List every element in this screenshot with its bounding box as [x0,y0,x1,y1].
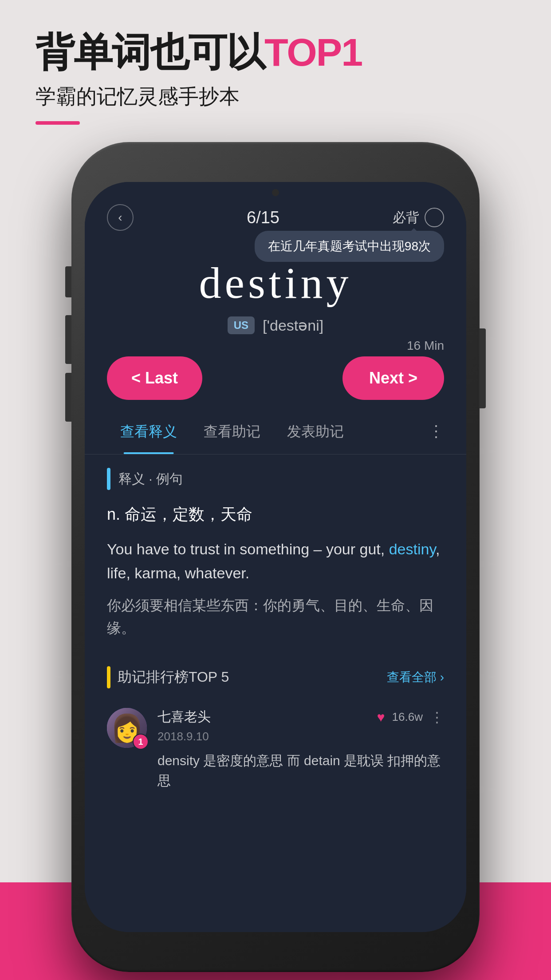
volume-down-button[interactable] [65,373,71,422]
section-bar-blue [107,468,110,490]
front-camera [272,189,279,196]
tab-definition[interactable]: 查看释义 [107,413,190,454]
page-counter: 6/15 [247,208,279,227]
timer-label: 16 Min [407,339,444,353]
header-subtitle: 学霸的记忆灵感手抄本 [35,83,362,111]
example-en-prefix: You have to trust in something – your gu… [107,541,389,557]
heart-icon[interactable]: ♥ [377,710,385,725]
phone-screen: ‹ 6/15 必背 在近几年真题考试中出现98次 destiny US ['de… [85,182,466,932]
must-remember-toggle[interactable]: 必背 [393,208,444,227]
mnemonic-title: 助记排行榜TOP 5 [118,668,229,687]
card-username: 七喜老头 [157,708,211,726]
card-info: 七喜老头 ♥ 16.6w ⋮ 2018.9.10 density 是密度的意思 … [157,708,444,790]
nav-buttons: 16 Min < Last Next > [85,343,466,413]
header-title-highlight: TOP1 [264,30,362,74]
main-word: destiny [107,257,444,308]
rank-badge: 1 [133,734,149,750]
chevron-right-icon: › [440,670,444,684]
phone-shell: ‹ 6/15 必背 在近几年真题考试中出现98次 destiny US ['de… [71,142,480,972]
header-underline-decoration [35,121,80,125]
definition-content: 释义 · 例句 n. 命运，定数，天命 You have to trust in… [85,454,466,666]
tab-mnemonic-post[interactable]: 发表助记 [274,413,357,454]
must-remember-label: 必背 [393,209,419,227]
phone-wrapper: ‹ 6/15 必背 在近几年真题考试中出现98次 destiny US ['de… [71,142,480,972]
volume-mute-button[interactable] [65,266,71,297]
phonetic-row: US ['destəni] [107,316,444,334]
mnemonic-header: 助记排行榜TOP 5 查看全部 › [107,666,444,688]
avatar-wrapper: 1 [107,708,147,748]
tabs-more-icon[interactable]: ⋮ [428,422,444,445]
mnemonic-title-row: 助记排行榜TOP 5 [107,666,229,688]
phonetic-text: ['destəni] [263,316,323,334]
card-user-row: 七喜老头 ♥ 16.6w ⋮ [157,708,444,726]
definition-text: n. 命运，定数，天命 [107,502,444,526]
header-title: 背单词也可以TOP1 [35,31,362,74]
screen-content: ‹ 6/15 必背 在近几年真题考试中出现98次 destiny US ['de… [85,182,466,932]
section-header-definition: 释义 · 例句 [107,468,444,490]
tabs-bar: 查看释义 查看助记 发表助记 ⋮ [85,413,466,454]
view-all-label: 查看全部 [387,669,437,686]
back-icon: ‹ [118,210,122,225]
card-mnemonic-text: density 是密度的意思 而 detain 是耽误 扣押的意思 [157,751,444,790]
example-sentence-zh: 你必须要相信某些东西：你的勇气、目的、生命、因缘。 [107,594,444,640]
appearance-tooltip: 在近几年真题考试中出现98次 [255,231,444,262]
back-button[interactable]: ‹ [107,204,134,231]
bookmark-circle-icon [425,208,444,227]
section-bar-yellow [107,666,110,688]
header-area: 背单词也可以TOP1 学霸的记忆灵感手抄本 [35,31,362,125]
card-more-icon[interactable]: ⋮ [430,709,444,726]
header-title-part1: 背单词也可以 [35,30,264,74]
card-date: 2018.9.10 [157,730,444,743]
card-actions: ♥ 16.6w ⋮ [377,709,444,726]
us-badge: US [228,316,255,334]
mnemonic-section: 助记排行榜TOP 5 查看全部 › 1 [85,666,466,799]
section-title-definition: 释义 · 例句 [118,470,183,488]
like-count: 16.6w [392,710,423,724]
example-en-word: destiny [389,541,436,557]
example-sentence-en: You have to trust in something – your gu… [107,537,444,585]
mnemonic-card: 1 七喜老头 ♥ 16.6w ⋮ 2018.9.10 [107,699,444,799]
view-all-button[interactable]: 查看全部 › [387,669,444,686]
last-button[interactable]: < Last [107,356,202,400]
volume-up-button[interactable] [65,315,71,364]
next-button[interactable]: Next > [342,356,444,400]
power-button[interactable] [480,328,486,408]
tab-mnemonic-view[interactable]: 查看助记 [190,413,274,454]
